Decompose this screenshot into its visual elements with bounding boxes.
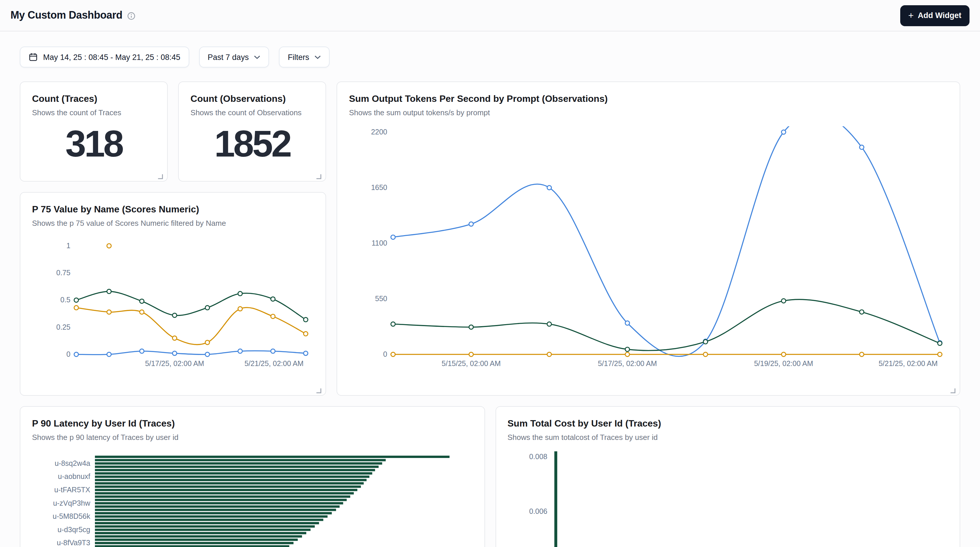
svg-text:0.25: 0.25 [56,323,70,331]
p90-bar-chart[interactable]: u-8sq2w4au-aobnuxfu-tFAR5TXu-zVqP3hwu-5M… [32,450,473,547]
time-preset-dropdown[interactable]: Past 7 days [199,46,269,68]
filters-dropdown[interactable]: Filters [279,46,329,68]
svg-text:0.75: 0.75 [56,268,70,277]
svg-text:u-aobnuxf: u-aobnuxf [58,472,90,480]
toolbar: May 14, 25 : 08:45 - May 21, 25 : 08:45 … [0,32,980,68]
widget-subtitle: Shows the count of Observations [191,108,314,118]
widget-subtitle: Shows the p 90 latency of Traces by user… [32,432,473,443]
svg-text:0.008: 0.008 [529,452,547,461]
calendar-icon [29,52,38,62]
plus-icon: + [908,11,914,20]
widget-title: Count (Traces) [32,92,156,105]
count-value: 318 [32,123,156,165]
svg-text:0: 0 [66,350,70,358]
chevron-down-icon [315,55,321,59]
widget-total-cost[interactable]: Sum Total Cost by User Id (Traces) Shows… [495,406,960,547]
svg-text:u-5M8D56k: u-5M8D56k [53,512,91,520]
resize-handle-icon[interactable] [315,171,322,178]
svg-text:0.006: 0.006 [529,507,547,515]
svg-text:1100: 1100 [372,239,388,247]
svg-text:2200: 2200 [371,128,388,136]
widget-subtitle: Shows the sum output tokens/s by prompt [349,108,948,118]
svg-text:u-8sq2w4a: u-8sq2w4a [55,459,90,467]
widget-subtitle: Shows the count of Traces [32,108,156,118]
svg-text:u-8fVa9T3: u-8fVa9T3 [57,539,90,547]
svg-text:5/17/25, 02:00 AM: 5/17/25, 02:00 AM [145,359,204,368]
dashboard-grid: Count (Traces) Shows the count of Traces… [20,81,960,547]
dashboard-page: My Custom Dashboard + Add Widget [0,0,980,547]
widget-title: Sum Output Tokens Per Second by Prompt (… [349,92,948,105]
svg-text:550: 550 [375,295,388,303]
cost-bar-chart[interactable]: 0.0080.006 [508,450,948,547]
resize-handle-icon[interactable] [949,385,956,392]
date-range-value: May 14, 25 : 08:45 - May 21, 25 : 08:45 [43,53,180,62]
time-preset-value: Past 7 days [208,53,249,62]
svg-text:0.5: 0.5 [60,296,70,304]
chevron-down-icon [254,55,260,59]
svg-text:5/19/25, 02:00 AM: 5/19/25, 02:00 AM [754,359,813,368]
svg-text:1650: 1650 [371,183,388,192]
svg-text:5/21/25, 02:00 AM: 5/21/25, 02:00 AM [245,359,304,368]
p75-line-chart[interactable]: 00.250.50.7515/17/25, 02:00 AM5/21/25, 0… [32,236,314,371]
widget-title: Count (Observations) [191,92,314,105]
svg-text:5/21/25, 02:00 AM: 5/21/25, 02:00 AM [879,359,938,368]
svg-text:5/17/25, 02:00 AM: 5/17/25, 02:00 AM [598,359,657,368]
svg-text:u-d3qr5cg: u-d3qr5cg [57,525,90,534]
widget-tokens-per-second[interactable]: Sum Output Tokens Per Second by Prompt (… [337,81,960,396]
page-title: My Custom Dashboard [11,9,122,22]
date-range-picker[interactable]: May 14, 25 : 08:45 - May 21, 25 : 08:45 [20,46,189,68]
widget-subtitle: Shows the sum totalcost of Traces by use… [508,432,948,443]
svg-text:5/15/25, 02:00 AM: 5/15/25, 02:00 AM [442,359,501,368]
resize-handle-icon[interactable] [157,171,164,178]
filters-label: Filters [288,53,309,62]
info-icon[interactable] [127,12,136,21]
svg-text:0: 0 [383,350,388,358]
count-value: 1852 [191,123,314,165]
widget-count-observations[interactable]: Count (Observations) Shows the count of … [178,81,326,182]
widget-title: P 75 Value by Name (Scores Numeric) [32,203,314,216]
header: My Custom Dashboard + Add Widget [0,0,980,32]
widget-p75-scores[interactable]: P 75 Value by Name (Scores Numeric) Show… [20,192,326,396]
add-widget-button[interactable]: + Add Widget [900,5,969,26]
widget-title: P 90 Latency by User Id (Traces) [32,417,473,430]
widget-title: Sum Total Cost by User Id (Traces) [508,417,948,430]
resize-handle-icon[interactable] [315,385,322,392]
widget-subtitle: Shows the p 75 value of Scores Numeric f… [32,218,314,229]
svg-text:u-zVqP3hw: u-zVqP3hw [53,499,91,507]
widget-p90-latency[interactable]: P 90 Latency by User Id (Traces) Shows t… [20,406,485,547]
add-widget-label: Add Widget [918,11,961,20]
svg-text:u-tFAR5TX: u-tFAR5TX [54,485,90,494]
tokens-line-chart[interactable]: 05501100165022005/15/25, 02:00 AM5/17/25… [349,126,948,371]
svg-text:1: 1 [66,241,70,250]
widget-count-traces[interactable]: Count (Traces) Shows the count of Traces… [20,81,168,182]
